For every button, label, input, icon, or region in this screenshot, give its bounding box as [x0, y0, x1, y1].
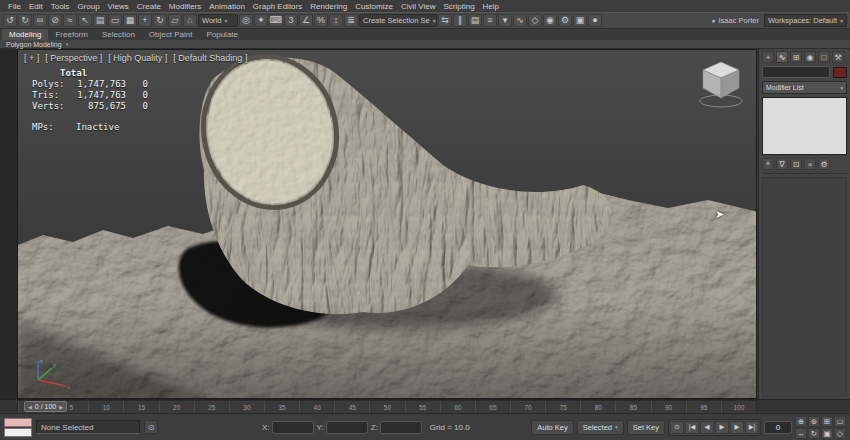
menu-item[interactable]: Create [133, 2, 165, 11]
pan-view-icon[interactable]: ↔ [795, 428, 807, 439]
window-crossing-toggle-icon[interactable]: ▦ [123, 14, 137, 27]
configure-modifier-sets-button[interactable]: ⚙ [818, 158, 830, 170]
menu-item[interactable]: Civil View [397, 2, 440, 11]
menu-item[interactable]: Tools [47, 2, 74, 11]
menu-item[interactable]: Group [73, 2, 103, 11]
mirror-icon[interactable]: ⇆ [438, 14, 452, 27]
viewport-label[interactable]: [ High Quality ] [108, 53, 167, 63]
selection-set-key-dropdown[interactable]: Selected ▾ [577, 420, 624, 435]
ribbon-tab[interactable]: Modeling [2, 29, 48, 40]
modifier-list-dropdown[interactable]: Modifier List ▾ [762, 81, 847, 94]
zoom-all-icon[interactable]: ⊛ [808, 416, 820, 427]
go-to-end-button[interactable]: ▶| [745, 421, 759, 434]
material-editor-icon[interactable]: ◉ [543, 14, 557, 27]
selection-lock-toggle[interactable]: ⊙ [144, 420, 158, 434]
keyboard-shortcut-override-icon[interactable]: ⌨ [269, 14, 283, 27]
motion-panel-tab[interactable]: ◉ [804, 51, 816, 63]
object-color-swatch[interactable] [833, 67, 847, 78]
maxscript-listener-field[interactable] [4, 428, 32, 437]
user-account-menu[interactable]: ● Isaac Porter [711, 16, 759, 25]
maximize-viewport-toggle-icon[interactable]: ▣ [821, 428, 833, 439]
workspaces-dropdown[interactable]: Workspaces: Default ▾ [764, 14, 847, 27]
rendered-frame-window-icon[interactable]: ▣ [573, 14, 587, 27]
next-frame-button[interactable]: ▶ [730, 421, 744, 434]
toggle-layer-explorer-icon[interactable]: ≡ [483, 14, 497, 27]
select-and-scale-icon[interactable]: ▱ [168, 14, 182, 27]
rectangular-selection-region-icon[interactable]: ▭ [108, 14, 122, 27]
align-icon[interactable]: ∥ [453, 14, 467, 27]
ribbon-tab[interactable]: Populate [199, 29, 245, 40]
current-frame-field[interactable]: 0 [764, 421, 792, 434]
pin-stack-button[interactable]: ⌖ [762, 158, 774, 170]
viewport-label[interactable]: [ + ] [24, 53, 39, 63]
zoom-extents-icon[interactable]: ⊞ [821, 416, 833, 427]
render-production-icon[interactable]: ● [588, 14, 602, 27]
viewport-label[interactable]: [ Perspective ] [45, 53, 102, 63]
menu-item[interactable]: Modifiers [165, 2, 205, 11]
coordinate-input[interactable] [326, 421, 368, 434]
angle-snap-toggle-icon[interactable]: ∠ [299, 14, 313, 27]
edit-named-selection-sets-icon[interactable]: ≣ [344, 14, 358, 27]
modifier-stack-list[interactable] [762, 97, 847, 155]
menu-item[interactable]: Graph Editors [249, 2, 306, 11]
menu-item[interactable]: Animation [205, 2, 249, 11]
time-slider-handle[interactable]: ◀ 0 / 100 ▶ [24, 401, 67, 412]
menu-item[interactable]: File [4, 2, 25, 11]
redo-icon[interactable]: ↻ [18, 14, 32, 27]
display-panel-tab[interactable]: □ [818, 51, 830, 63]
toggle-ribbon-icon[interactable]: ▾ [498, 14, 512, 27]
select-by-name-icon[interactable]: ▤ [93, 14, 107, 27]
coordinate-input[interactable] [380, 421, 422, 434]
previous-frame-button[interactable]: ◀ [700, 421, 714, 434]
menu-item[interactable]: Rendering [306, 2, 351, 11]
undo-icon[interactable]: ↺ [3, 14, 17, 27]
schematic-view-icon[interactable]: ◇ [528, 14, 542, 27]
unlink-selection-icon[interactable]: ⊘ [48, 14, 62, 27]
coordinate-input[interactable] [272, 421, 314, 434]
toggle-scene-explorer-icon[interactable]: ▤ [468, 14, 482, 27]
ribbon-tab[interactable]: Freeform [48, 29, 94, 40]
ribbon-tab[interactable]: Selection [95, 29, 142, 40]
spinner-snap-toggle-icon[interactable]: ↕ [329, 14, 343, 27]
timeline-ruler[interactable]: 0510152025303540455055606570758085909510… [17, 400, 757, 414]
make-unique-button[interactable]: ⊡ [790, 158, 802, 170]
perspective-viewport[interactable]: [ + ][ Perspective ][ High Quality ][ De… [17, 49, 757, 399]
percent-snap-toggle-icon[interactable]: % [314, 14, 328, 27]
viewport-label[interactable]: [ Default Shading ] [173, 53, 247, 63]
ribbon-tab[interactable]: Object Paint [142, 29, 200, 40]
render-setup-icon[interactable]: ⚙ [558, 14, 572, 27]
modify-panel-tab[interactable]: ∿ [776, 51, 788, 63]
use-pivot-point-center-icon[interactable]: ◎ [239, 14, 253, 27]
viewcube[interactable] [698, 58, 744, 110]
snaps-toggle-icon[interactable]: 3 [284, 14, 298, 27]
utilities-panel-tab[interactable]: ⚒ [832, 51, 844, 63]
menu-item[interactable]: Customize [351, 2, 397, 11]
select-and-link-icon[interactable]: ∞ [33, 14, 47, 27]
select-and-move-icon[interactable]: + [138, 14, 152, 27]
field-of-view-icon[interactable]: ◇ [834, 428, 846, 439]
menu-item[interactable]: Scripting [439, 2, 478, 11]
next-frame-arrow-icon[interactable]: ▶ [59, 404, 63, 410]
curve-editor-icon[interactable]: ∿ [513, 14, 527, 27]
object-name-field[interactable] [762, 66, 830, 78]
remove-modifier-button[interactable]: × [804, 158, 816, 170]
select-and-manipulate-icon[interactable]: ✦ [254, 14, 268, 27]
play-animation-button[interactable]: ▶ [715, 421, 729, 434]
ribbon-panel-bar[interactable]: Polygon Modeling ▾ [0, 40, 850, 49]
set-key-button[interactable]: Set Key [627, 420, 665, 435]
bind-to-space-warp-icon[interactable]: ≈ [63, 14, 77, 27]
create-panel-tab[interactable]: + [762, 51, 774, 63]
zoom-region-icon[interactable]: ▭ [834, 416, 846, 427]
named-selection-set-dropdown[interactable]: Create Selection Se ▾ [359, 14, 437, 27]
go-to-start-button[interactable]: |◀ [685, 421, 699, 434]
maxscript-macro-recorder-field[interactable] [4, 418, 32, 427]
menu-item[interactable]: Views [104, 2, 133, 11]
show-end-result-button[interactable]: ∇ [776, 158, 788, 170]
zoom-icon[interactable]: ⊕ [795, 416, 807, 427]
orbit-view-icon[interactable]: ↻ [808, 428, 820, 439]
menu-item[interactable]: Edit [25, 2, 47, 11]
hierarchy-panel-tab[interactable]: ⊞ [790, 51, 802, 63]
previous-frame-arrow-icon[interactable]: ◀ [28, 404, 32, 410]
select-and-rotate-icon[interactable]: ↻ [153, 14, 167, 27]
key-mode-toggle-button[interactable]: ⊙ [670, 421, 684, 434]
